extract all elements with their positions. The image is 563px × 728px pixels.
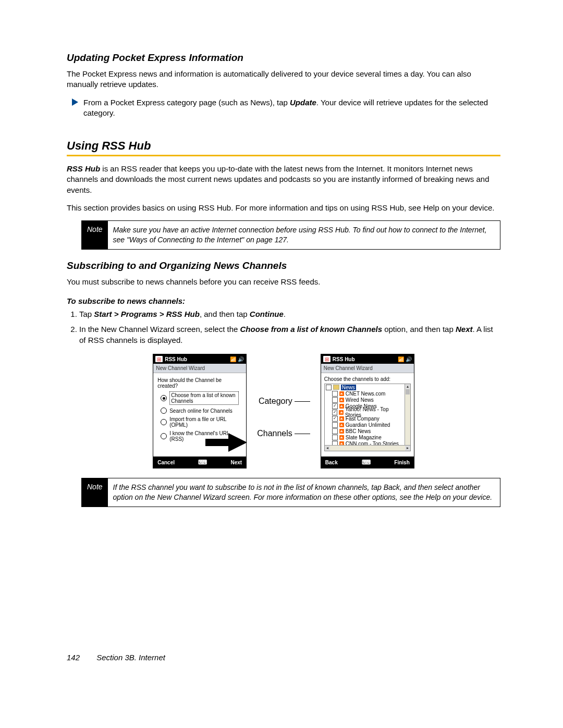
list-item[interactable]: ஃBBC News <box>325 428 405 434</box>
para-update: The Pocket Express news and information … <box>67 69 500 90</box>
status-icons: 📶 🔊 <box>230 356 244 362</box>
steps-list: Tap Start > Programs > RSS Hub, and then… <box>67 309 500 346</box>
rss-icon: ஃ <box>339 435 344 440</box>
app-title-2: RSS Hub <box>333 356 396 362</box>
softkey-back[interactable]: Back <box>325 460 338 465</box>
yellow-divider <box>67 155 500 156</box>
softkey-finish[interactable]: Finish <box>394 460 409 465</box>
rss-icon: ஃ <box>339 416 344 421</box>
rss-icon: ஃ <box>339 398 344 402</box>
checkbox-icon[interactable] <box>332 435 338 440</box>
wizard-question-2: Choose the channels to add: <box>324 376 411 382</box>
step-2: In the New Channel Wizard screen, select… <box>79 324 500 346</box>
wizard-subtitle-1: New Channel Wizard <box>153 364 246 373</box>
checkbox-icon[interactable]: ✓ <box>332 416 338 422</box>
note-text-2: If the RSS channel you want to subscribe… <box>108 478 500 507</box>
softkey-next[interactable]: Next <box>230 460 242 465</box>
keyboard-icon[interactable]: ⌨ <box>198 459 207 466</box>
checkbox-icon[interactable] <box>326 385 332 390</box>
heading-rsshub: Using RSS Hub <box>67 139 500 153</box>
label-category: Category <box>259 397 292 406</box>
checkbox-icon[interactable] <box>332 391 338 397</box>
list-item[interactable]: ஃSlate Magazine <box>325 434 405 440</box>
softkey-cancel[interactable]: Cancel <box>157 460 175 465</box>
folder-icon <box>333 385 339 390</box>
section-name: Section 3B. Internet <box>96 653 165 662</box>
note-box-1: Note Make sure you have an active Intern… <box>81 220 500 250</box>
start-icon: ⊞ <box>323 356 331 362</box>
label-channels: Channels <box>257 429 292 438</box>
keyboard-icon[interactable]: ⌨ <box>362 459 371 466</box>
wizard-question-1: How should the Channel be created? <box>157 377 242 389</box>
screenshot-channel-list: ⊞ RSS Hub 📶 🔊 New Channel Wizard Choose … <box>321 354 414 468</box>
wizard-subtitle-2: New Channel Wizard <box>321 364 414 373</box>
radio-import-opml[interactable]: Import from a file or URL (OPML) <box>161 416 239 428</box>
checkbox-icon[interactable] <box>332 422 338 428</box>
rss-icon: ஃ <box>339 429 344 434</box>
list-item[interactable]: ஃWired News <box>325 397 405 403</box>
checkbox-icon[interactable] <box>332 428 338 434</box>
horizontal-scrollbar[interactable]: ◂▸ <box>325 445 410 451</box>
list-item[interactable]: ஃCNET News.com <box>325 390 405 397</box>
list-item[interactable]: ✓ஃYahoo! News - Top Stories <box>325 409 405 415</box>
rss-icon: ஃ <box>339 391 344 396</box>
rss-icon: ஃ <box>339 410 344 415</box>
checkbox-icon[interactable]: ✓ <box>332 410 338 415</box>
note-label: Note <box>82 478 108 507</box>
heading-steps: To subscribe to news channels: <box>67 297 500 305</box>
checkbox-icon[interactable] <box>332 397 338 403</box>
checkbox-icon[interactable]: ✓ <box>332 403 338 409</box>
page-footer: 142 Section 3B. Internet <box>67 653 500 662</box>
transition-arrow-icon <box>228 433 247 452</box>
para-rss2: This section provides basics on using RS… <box>67 203 500 213</box>
bullet-update: From a Pocket Express category page (suc… <box>72 97 500 119</box>
step-1: Tap Start > Programs > RSS Hub, and then… <box>79 309 500 319</box>
bullet-text: From a Pocket Express category page (suc… <box>83 97 500 119</box>
heading-subscribe: Subscribing to and Organizing News Chann… <box>67 260 500 272</box>
screenshot-row: ⊞ RSS Hub 📶 🔊 New Channel Wizard How sho… <box>67 354 500 468</box>
page-number: 142 <box>67 653 80 662</box>
list-item[interactable]: ஃGuardian Unlimited <box>325 422 405 428</box>
radio-icon[interactable] <box>161 395 167 401</box>
callout-labels: Category Channels <box>257 397 310 438</box>
channel-list[interactable]: News ஃCNET News.com ஃWired News ✓ஃGoogle… <box>324 384 411 451</box>
category-news[interactable]: News <box>325 384 405 390</box>
app-title-1: RSS Hub <box>165 356 228 362</box>
vertical-scrollbar[interactable]: ▴▾ <box>405 384 410 451</box>
radio-icon[interactable] <box>161 419 167 425</box>
arrow-icon <box>72 98 78 106</box>
heading-updating: Updating Pocket Express Information <box>67 52 500 64</box>
start-icon: ⊞ <box>155 356 163 362</box>
para-sub-intro: You must subscribe to news channels befo… <box>67 277 500 287</box>
note-box-2: Note If the RSS channel you want to subs… <box>81 478 500 507</box>
rss-icon: ஃ <box>339 404 344 409</box>
radio-choose-known[interactable]: Choose from a list of known Channels <box>161 391 239 405</box>
note-text-1: Make sure you have an active Internet co… <box>108 221 500 249</box>
note-label: Note <box>82 221 108 249</box>
rss-icon: ஃ <box>339 423 344 427</box>
para-rss1: RSS Hub is an RSS reader that keeps you … <box>67 164 500 195</box>
radio-icon[interactable] <box>161 433 167 439</box>
radio-icon[interactable] <box>161 408 167 414</box>
radio-search-online[interactable]: Search online for Channels <box>161 408 239 414</box>
status-icons: 📶 🔊 <box>398 356 412 362</box>
